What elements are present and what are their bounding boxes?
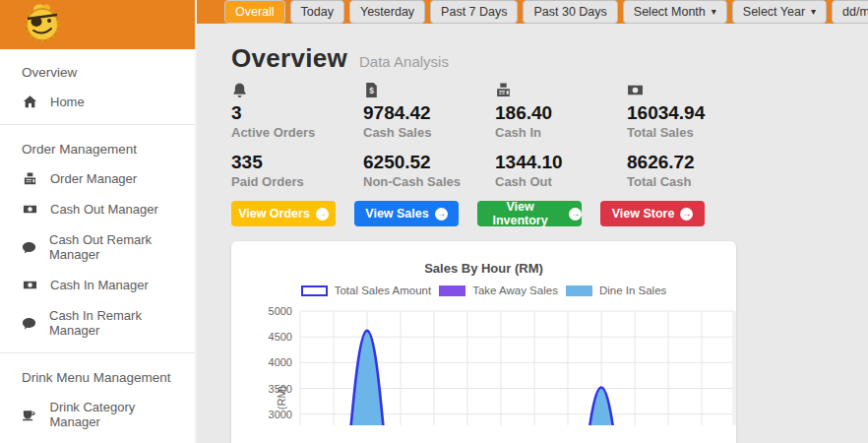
sidebar-section-drink-menu-management: Drink Menu Management	[0, 360, 195, 392]
sidebar-item-drink-category-manager[interactable]: Drink Category Manager	[0, 392, 195, 437]
select-year-dropdown[interactable]: Select Year ▾	[732, 0, 827, 24]
filter-tab-yesterday[interactable]: Yesterday	[349, 0, 425, 24]
money-bill-icon	[22, 202, 37, 217]
legend-swatch-icon	[301, 285, 328, 296]
sidebar-item-label: Drink Category Manager	[50, 400, 185, 429]
filter-tab-past-30-days[interactable]: Past 30 Days	[523, 0, 617, 24]
top-filter-bar: Overall Today Yesterday Past 7 Days Past…	[197, 0, 868, 24]
filter-tab-past-7-days[interactable]: Past 7 Days	[430, 0, 518, 24]
home-icon	[22, 95, 37, 109]
sales-by-hour-chart-card: Sales By Hour (RM) Total Sales AmountTak…	[231, 241, 736, 443]
sidebar-nav: Overview Home Order Management Order Man…	[0, 49, 195, 443]
action-label: View Sales	[365, 207, 428, 221]
comment-icon	[22, 240, 36, 255]
sidebar-item-label: Cash In Remark Manager	[49, 308, 185, 338]
tab-label: Yesterday	[360, 1, 414, 23]
arrow-circle-right-icon: →	[316, 208, 329, 221]
brand-logo-icon[interactable]	[22, 2, 63, 47]
stats-grid: 3 Active Orders $ 9784.42 Cash Sales 186…	[231, 82, 868, 190]
chevron-down-icon: ▾	[811, 7, 816, 17]
svg-text:4500: 4500	[269, 331, 292, 343]
stat-label: Cash Sales	[363, 124, 495, 141]
sidebar-item-drink-menu-manager[interactable]: Drink Menu Manager	[0, 437, 195, 443]
tab-label: Past 7 Days	[441, 1, 507, 23]
arrow-circle-right-icon: →	[680, 208, 693, 221]
sidebar-item-label: Cash In Manager	[50, 278, 149, 292]
sidebar: Overview Home Order Management Order Man…	[0, 0, 197, 443]
sidebar-item-cash-out-manager[interactable]: Cash Out Manager	[0, 194, 195, 224]
action-button[interactable]: View Inventory →	[477, 201, 582, 226]
sales-by-hour-chart: 50004500400035003000(RM)	[231, 299, 736, 425]
action-button[interactable]: View Store →	[600, 201, 705, 226]
tab-label: Today	[301, 1, 334, 23]
page-subtitle: Data Analysis	[359, 53, 449, 70]
sidebar-item-label: Order Manager	[50, 171, 137, 186]
action-button[interactable]: View Orders →	[231, 201, 336, 226]
svg-text:$: $	[369, 86, 374, 95]
invoice-dollar-icon: $	[363, 82, 495, 100]
app-window: Overview Home Order Management Order Man…	[0, 0, 868, 443]
stat-non-cash-sales: 6250.52 Non-Cash Sales	[363, 152, 495, 190]
page-title: Overview	[231, 43, 347, 74]
sidebar-item-order-manager[interactable]: Order Manager	[0, 163, 195, 194]
stat-total-sales: 16034.94 Total Sales	[627, 82, 759, 141]
filter-tab-today[interactable]: Today	[290, 0, 344, 24]
svg-text:5000: 5000	[269, 305, 292, 317]
stat-value: 186.40	[495, 102, 627, 124]
date-placeholder: dd/mm/yyyy	[842, 1, 868, 23]
sidebar-item-label: Cash Out Manager	[50, 202, 158, 217]
bell-icon	[231, 82, 363, 100]
legend-swatch-icon	[439, 285, 465, 296]
stat-cash-sales: $ 9784.42 Cash Sales	[363, 82, 495, 141]
page-content: Overview Data Analysis 3 Active Orders $…	[197, 24, 868, 443]
cash-register-icon	[495, 82, 627, 100]
arrow-circle-right-icon: →	[569, 208, 582, 221]
stat-active-orders: 3 Active Orders	[231, 82, 363, 141]
stat-value: 9784.42	[363, 102, 495, 124]
legend-item[interactable]: Total Sales Amount	[301, 285, 431, 296]
legend-item[interactable]: Take Away Sales	[439, 285, 558, 296]
stat-cash-in: 186.40 Cash In	[495, 82, 627, 141]
actions-row: View Orders → View Sales → View Inventor…	[231, 201, 868, 226]
sidebar-header	[0, 0, 195, 49]
svg-text:4000: 4000	[269, 356, 292, 368]
sidebar-item-label: Home	[50, 95, 85, 109]
sidebar-item-label: Cash Out Remark Manager	[49, 232, 185, 262]
action-button[interactable]: View Sales →	[354, 201, 459, 226]
chevron-down-icon: ▾	[712, 7, 716, 17]
sidebar-item-cash-in-remark-manager[interactable]: Cash In Remark Manager	[0, 300, 195, 346]
sidebar-divider	[0, 352, 195, 353]
sidebar-item-cash-out-remark-manager[interactable]: Cash Out Remark Manager	[0, 224, 195, 270]
legend-swatch-icon	[566, 285, 592, 296]
filter-tab-overall[interactable]: Overall	[224, 0, 285, 24]
action-label: View Store	[612, 207, 675, 221]
stat-label: Active Orders	[231, 124, 363, 141]
legend-label: Total Sales Amount	[335, 285, 431, 296]
stat-value: 8626.72	[627, 152, 759, 173]
stat-label: Paid Orders	[231, 173, 363, 190]
stat-label: Total Sales	[627, 124, 759, 141]
sidebar-item-cash-in-manager[interactable]: Cash In Manager	[0, 270, 195, 300]
chart-legend: Total Sales AmountTake Away SalesDine In…	[231, 285, 736, 296]
dropdown-label: Select Month	[634, 1, 706, 23]
cash-register-icon	[22, 171, 37, 186]
tab-label: Overall	[235, 1, 275, 23]
money-bill-icon	[627, 82, 759, 100]
stat-total-cash: 8626.72 Total Cash	[627, 152, 759, 190]
main-area: Overall Today Yesterday Past 7 Days Past…	[197, 0, 868, 443]
dropdown-label: Select Year	[743, 1, 805, 23]
page-title-row: Overview Data Analysis	[231, 43, 868, 74]
stat-label: Non-Cash Sales	[363, 173, 495, 190]
stat-value: 16034.94	[627, 102, 759, 124]
legend-item[interactable]: Dine In Sales	[566, 285, 666, 296]
date-picker-input[interactable]: dd/mm/yyyy	[832, 0, 868, 24]
sidebar-item-home[interactable]: Home	[0, 87, 195, 117]
stat-value: 1344.10	[495, 152, 627, 173]
stat-label: Cash In	[495, 124, 627, 141]
action-label: View Orders	[238, 207, 310, 221]
stat-paid-orders: 335 Paid Orders	[231, 152, 363, 190]
arrow-circle-right-icon: →	[435, 208, 448, 221]
select-month-dropdown[interactable]: Select Month ▾	[623, 0, 727, 24]
tab-label: Past 30 Days	[533, 1, 606, 23]
action-label: View Inventory	[477, 200, 563, 227]
